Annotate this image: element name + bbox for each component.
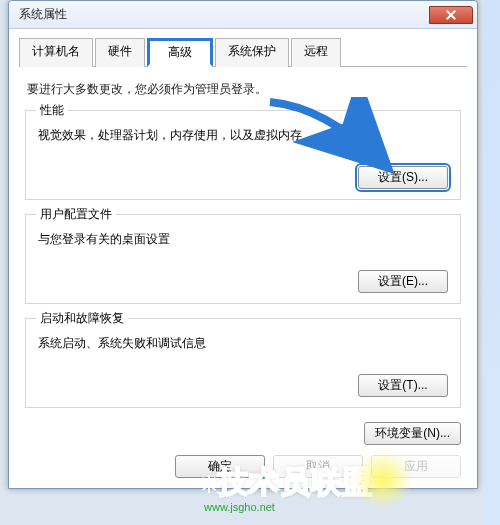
group-startup-recovery-title: 启动和故障恢复 (36, 310, 128, 327)
ok-button[interactable]: 确定 (175, 455, 265, 478)
startup-recovery-settings-button[interactable]: 设置(T)... (358, 374, 448, 397)
titlebar: 系统属性 (9, 1, 477, 29)
tab-hardware[interactable]: 硬件 (95, 38, 145, 67)
tab-computer-name[interactable]: 计算机名 (19, 38, 93, 67)
watermark-url: www.jsgho.net (204, 501, 373, 513)
environment-variables-button[interactable]: 环境变量(N)... (364, 422, 461, 445)
tab-remote[interactable]: 远程 (291, 38, 341, 67)
close-button[interactable] (429, 6, 473, 24)
apply-button[interactable]: 应用 (371, 455, 461, 478)
tab-strip: 计算机名 硬件 高级 系统保护 远程 (19, 37, 467, 67)
group-user-profiles-desc: 与您登录有关的桌面设置 (38, 231, 448, 248)
window-title: 系统属性 (19, 6, 67, 23)
performance-settings-button[interactable]: 设置(S)... (358, 166, 448, 189)
group-user-profiles: 用户配置文件 与您登录有关的桌面设置 设置(E)... (25, 214, 461, 304)
group-performance: 性能 视觉效果，处理器计划，内存使用，以及虚拟内存 设置(S)... (25, 110, 461, 200)
group-performance-title: 性能 (36, 102, 68, 119)
dialog-button-row: 确定 取消 应用 (19, 455, 467, 478)
tab-advanced[interactable]: 高级 (147, 38, 213, 67)
system-properties-window: 系统属性 计算机名 硬件 高级 系统保护 远程 要进行大多数更改，您必须作为管理… (8, 0, 478, 489)
user-profiles-settings-button[interactable]: 设置(E)... (358, 270, 448, 293)
tab-system-protection[interactable]: 系统保护 (215, 38, 289, 67)
admin-notice: 要进行大多数更改，您必须作为管理员登录。 (27, 81, 459, 98)
group-user-profiles-title: 用户配置文件 (36, 206, 116, 223)
cancel-button[interactable]: 取消 (273, 455, 363, 478)
client-area: 计算机名 硬件 高级 系统保护 远程 要进行大多数更改，您必须作为管理员登录。 … (9, 29, 477, 488)
group-startup-recovery-desc: 系统启动、系统失败和调试信息 (38, 335, 448, 352)
group-performance-desc: 视觉效果，处理器计划，内存使用，以及虚拟内存 (38, 127, 448, 144)
close-icon (446, 10, 456, 20)
group-startup-recovery: 启动和故障恢复 系统启动、系统失败和调试信息 设置(T)... (25, 318, 461, 408)
